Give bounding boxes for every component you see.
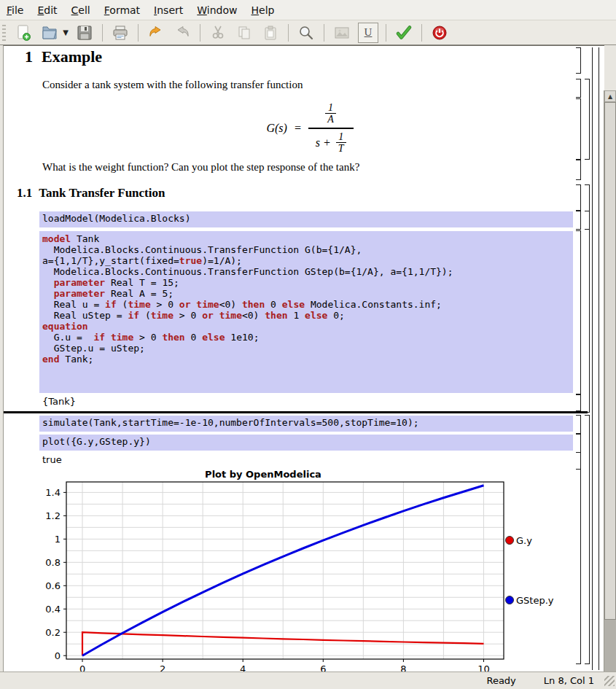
insert-image-button[interactable] — [331, 23, 353, 43]
formula-equals: = — [294, 122, 302, 135]
group-bracket[interactable] — [585, 415, 590, 664]
toolbar-separator — [200, 24, 200, 42]
open-button[interactable] — [39, 23, 61, 43]
cell-bracket[interactable] — [576, 184, 581, 211]
menu-bar: File Edit Cell Format Insert Window Help — [0, 0, 616, 20]
search-icon — [297, 24, 315, 42]
menu-edit[interactable]: Edit — [31, 1, 64, 19]
formula-fraction: 1A s + 1T — [308, 100, 354, 157]
text-cell-question[interactable]: What is the weight function? Can you plo… — [42, 161, 359, 174]
toolbar: ▼ U — [0, 20, 616, 45]
subsection-title: Tank Transfer Function — [39, 186, 165, 200]
undo-button[interactable] — [145, 23, 167, 43]
menu-insert[interactable]: Insert — [147, 1, 190, 19]
subsection-heading[interactable]: 1.1Tank Transfer Function — [17, 186, 165, 201]
status-ready: Ready — [486, 675, 515, 686]
code-cell-model[interactable]: model Tank Modelica.Blocks.Continuous.Tr… — [39, 231, 573, 393]
output-cell-tank[interactable]: {Tank} — [39, 394, 573, 409]
menu-window[interactable]: Window — [190, 1, 244, 19]
toolbar-separator — [386, 24, 386, 42]
plot-chart: 024681000.20.40.60.811.21.4Plot by OpenM… — [23, 467, 577, 672]
subsection-number: 1.1 — [17, 186, 32, 200]
paste-clipboard-icon — [262, 24, 279, 42]
cell-bracket[interactable] — [576, 230, 581, 395]
open-folder-icon — [41, 24, 58, 42]
menu-format[interactable]: Format — [98, 1, 147, 19]
svg-text:G.y: G.y — [516, 535, 532, 546]
code-cell-loadmodel[interactable]: loadModel(Modelica.Blocks) — [39, 211, 573, 227]
notebook-area: 1Example Consider a tank system with the… — [0, 45, 616, 672]
cell-bracket[interactable] — [576, 160, 581, 180]
cell-bracket[interactable] — [576, 394, 581, 411]
underline-button[interactable]: U — [357, 23, 379, 43]
toolbar-separator — [288, 24, 289, 42]
new-document-icon — [15, 24, 32, 42]
svg-text:0.8: 0.8 — [45, 557, 61, 568]
menu-cell[interactable]: Cell — [65, 1, 98, 19]
group-bracket[interactable] — [585, 79, 590, 160]
undo-icon — [147, 24, 165, 42]
cell-bracket[interactable] — [576, 98, 581, 160]
print-button[interactable] — [109, 23, 131, 43]
checkmark-icon — [395, 24, 413, 42]
vertical-scrollbar[interactable]: ▲ ▼ — [604, 90, 616, 689]
cell-bracket[interactable] — [576, 434, 581, 453]
cell-bracket[interactable] — [576, 415, 581, 434]
svg-text:1: 1 — [55, 534, 61, 545]
svg-text:0.6: 0.6 — [45, 580, 61, 591]
redo-icon — [174, 24, 191, 42]
redo-button[interactable] — [171, 23, 193, 43]
stop-button[interactable] — [429, 23, 451, 43]
copy-icon — [235, 24, 253, 42]
save-button[interactable] — [74, 23, 95, 43]
copy-button[interactable] — [233, 23, 255, 43]
paste-button[interactable] — [260, 23, 281, 43]
menu-file[interactable]: File — [0, 1, 31, 19]
svg-text:0.2: 0.2 — [45, 627, 61, 638]
evaluate-button[interactable] — [393, 23, 415, 43]
scroll-up-arrow[interactable]: ▲ — [604, 90, 616, 102]
text-cell-intro[interactable]: Consider a tank system with the followin… — [42, 79, 303, 91]
image-icon — [333, 24, 351, 42]
document: 1Example Consider a tank system with the… — [3, 45, 604, 672]
output-cell-true[interactable]: true — [39, 453, 573, 467]
cut-button[interactable] — [207, 23, 229, 43]
toolbar-separator — [421, 24, 422, 42]
toolbar-separator — [324, 24, 324, 42]
cell-bracket[interactable] — [576, 452, 581, 470]
svg-text:Plot by OpenModelica: Plot by OpenModelica — [205, 469, 321, 480]
code-cell-simulate[interactable]: simulate(Tank,startTime=-1e-10,numberOfI… — [39, 416, 573, 432]
resize-grip[interactable] — [604, 676, 615, 686]
cell-bracket[interactable] — [576, 211, 581, 230]
svg-text:0.4: 0.4 — [45, 604, 61, 615]
menu-help[interactable]: Help — [245, 1, 282, 19]
formula-lhs: G(s) — [266, 122, 286, 135]
group-bracket[interactable] — [585, 211, 590, 413]
search-button[interactable] — [295, 23, 317, 43]
section-title: Example — [42, 47, 102, 66]
svg-text:0: 0 — [55, 650, 61, 661]
section-number: 1 — [25, 47, 33, 66]
group-bracket-line — [599, 47, 599, 670]
section-heading[interactable]: 1Example — [25, 47, 102, 66]
underline-icon: U — [358, 23, 378, 43]
svg-text:1.4: 1.4 — [45, 487, 61, 498]
svg-text:1.2: 1.2 — [45, 510, 61, 521]
print-icon — [112, 24, 129, 42]
cell-bracket[interactable] — [576, 469, 581, 664]
code-cell-plot[interactable]: plot({G.y,GStep.y}) — [39, 435, 573, 451]
open-dropdown-arrow[interactable]: ▼ — [61, 28, 70, 36]
cut-scissors-icon — [209, 24, 227, 42]
status-bar: Ready Ln 8, Col 1 — [0, 672, 616, 689]
cell-bracket[interactable] — [576, 47, 581, 74]
formula-transfer-function[interactable]: G(s) = 1A s + 1T — [26, 100, 594, 157]
cell-insertion-bar — [4, 411, 588, 413]
scrollbar-thumb[interactable] — [604, 102, 616, 620]
new-document-button[interactable] — [12, 23, 34, 43]
toolbar-separator — [102, 24, 103, 42]
toolbar-drag-handle[interactable] — [2, 25, 6, 41]
toolbar-separator — [138, 24, 139, 42]
cursor-position: Ln 8, Col 1 — [544, 675, 594, 686]
svg-text:GStep.y: GStep.y — [516, 595, 554, 606]
cell-bracket[interactable] — [576, 79, 581, 98]
